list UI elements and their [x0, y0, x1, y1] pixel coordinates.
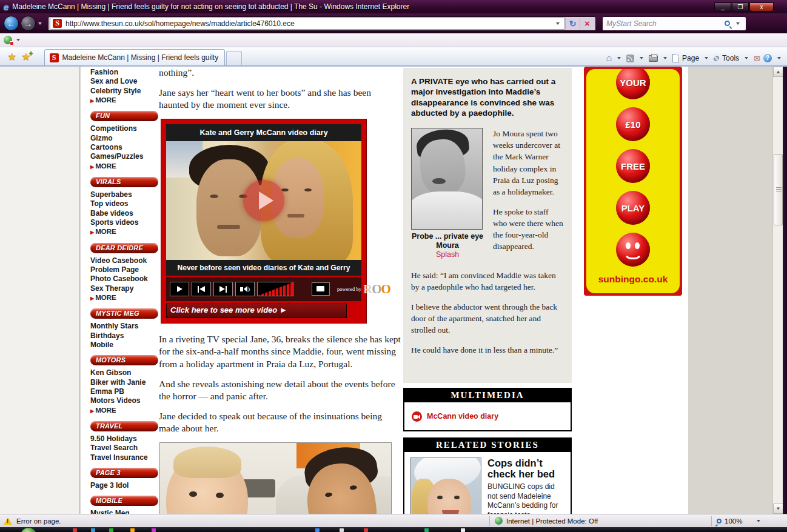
- sunbingo-ad[interactable]: YOUR£10FREEPLAYsunbingo.co.uk: [584, 67, 682, 296]
- sidebar-section-header[interactable]: DEAR DEIDRE: [90, 243, 158, 253]
- taskbar-icon[interactable]: [340, 528, 344, 532]
- sidebar-item[interactable]: Competitions: [90, 124, 159, 133]
- related-story-headline[interactable]: Cops didn’t check her bed: [487, 457, 565, 480]
- sidebar-item[interactable]: 9.50 Holidays: [90, 434, 159, 444]
- taskbar-icon[interactable]: [364, 528, 368, 532]
- rss-dropdown-icon[interactable]: [640, 57, 643, 59]
- sidebar-item[interactable]: Mystic Meg: [90, 509, 159, 514]
- vertical-scrollbar[interactable]: ▲ ▼: [772, 67, 783, 514]
- play-overlay-icon[interactable]: [243, 180, 284, 221]
- taskbar-icon[interactable]: [130, 528, 135, 532]
- sidebar-section-header[interactable]: FUN: [90, 111, 158, 121]
- bingo-site-link[interactable]: sunbingo.co.uk: [598, 274, 668, 285]
- favorites-star-icon[interactable]: ★: [7, 50, 16, 63]
- multimedia-link[interactable]: McCann video diary: [427, 412, 498, 421]
- search-input[interactable]: MyStart Search: [606, 19, 725, 28]
- home-icon[interactable]: ⌂: [606, 53, 612, 64]
- video-mute-button[interactable]: ): [235, 282, 255, 296]
- sidebar-item[interactable]: Motors Videos: [90, 396, 159, 405]
- sidebar-item[interactable]: Page 3 Idol: [90, 481, 159, 490]
- home-dropdown-icon[interactable]: [617, 57, 621, 59]
- bingo-ball[interactable]: FREE: [616, 149, 650, 183]
- sidebar-item[interactable]: Sex and Love: [90, 77, 159, 86]
- sidebar-item[interactable]: Babe videos: [90, 209, 159, 218]
- sidebar-item[interactable]: Mobile: [90, 341, 159, 350]
- sidebar-more-link[interactable]: ▶MORE: [90, 293, 159, 304]
- quick-launch-dropdown-icon[interactable]: [16, 39, 20, 41]
- related-story-thumbnail[interactable]: [410, 457, 481, 514]
- sidebar-item[interactable]: Photo Casebook: [90, 274, 159, 284]
- page-dropdown-icon[interactable]: [705, 57, 708, 59]
- sidebar-item[interactable]: Ken Gibson: [90, 368, 159, 377]
- bingo-ball[interactable]: YOUR: [616, 69, 650, 99]
- print-dropdown-icon[interactable]: [663, 57, 667, 59]
- add-favorite-icon[interactable]: ★: [21, 50, 30, 63]
- sidebar-section-header[interactable]: MOBILE: [90, 496, 158, 506]
- start-button[interactable]: [21, 528, 36, 532]
- sidebar-section-header[interactable]: VIRALS: [90, 177, 158, 187]
- tab-title[interactable]: Madeleine McCann | Missing | Friend feel…: [62, 53, 219, 62]
- taskbar-icon[interactable]: [91, 528, 95, 532]
- tools-gear-icon[interactable]: [714, 56, 719, 61]
- taskbar-icon[interactable]: [424, 528, 429, 532]
- sidebar-item[interactable]: Video Casebook: [90, 256, 159, 265]
- sidebar-item[interactable]: Sex Therapy: [90, 284, 159, 293]
- help-dropdown-icon[interactable]: [777, 57, 781, 59]
- sidebar-item[interactable]: Sports videos: [90, 218, 159, 227]
- tools-dropdown-icon[interactable]: [745, 57, 748, 59]
- scroll-down-button[interactable]: ▼: [773, 504, 783, 514]
- sidebar-item[interactable]: Emma PB: [90, 387, 159, 396]
- scrollbar-thumb[interactable]: [774, 154, 783, 225]
- sidebar-section-header[interactable]: TRAVEL: [90, 421, 158, 431]
- sidebar-item[interactable]: Cartoons: [90, 143, 159, 152]
- scroll-up-button[interactable]: ▲: [773, 67, 783, 77]
- sidebar-item[interactable]: Travel Insurance: [90, 453, 159, 462]
- video-play-button[interactable]: [170, 282, 189, 296]
- windows-taskbar[interactable]: [0, 527, 787, 532]
- sidebar-section-header[interactable]: MYSTIC MEG: [90, 308, 158, 319]
- address-bar[interactable]: S http://www.thesun.co.uk/sol/homepage/n…: [50, 18, 565, 30]
- refresh-button[interactable]: ↻: [565, 18, 580, 30]
- back-button[interactable]: ←: [4, 16, 19, 31]
- help-icon[interactable]: ?: [763, 54, 772, 62]
- sidebar-section-header[interactable]: MOTORS: [90, 355, 158, 365]
- page-menu-label[interactable]: Page: [682, 54, 699, 62]
- sidebar-section-header[interactable]: PAGE 3: [90, 468, 158, 478]
- video-still-image[interactable]: [166, 141, 361, 260]
- history-dropdown-icon[interactable]: [38, 22, 42, 25]
- sidebar-item[interactable]: Biker with Janie: [90, 378, 159, 387]
- search-dropdown-icon[interactable]: [736, 22, 740, 25]
- url-text[interactable]: http://www.thesun.co.uk/sol/homepage/new…: [65, 19, 554, 28]
- taskbar-icon[interactable]: [152, 528, 156, 532]
- stop-button[interactable]: ×: [580, 18, 594, 30]
- sidebar-item[interactable]: Birthdays: [90, 331, 159, 341]
- sidebar-item[interactable]: Problem Page: [90, 265, 159, 274]
- video-next-button[interactable]: [213, 282, 233, 296]
- zoom-dropdown-icon[interactable]: [757, 520, 760, 522]
- tab-active[interactable]: S Madeleine McCann | Missing | Friend fe…: [44, 49, 225, 65]
- address-dropdown-icon[interactable]: [556, 22, 560, 25]
- rss-feed-icon[interactable]: [626, 55, 634, 62]
- sidebar-more-link[interactable]: ▶MORE: [90, 96, 159, 106]
- taskbar-icon[interactable]: [461, 528, 465, 532]
- smiley-ball-icon[interactable]: [616, 233, 650, 267]
- minimize-button[interactable]: _: [714, 2, 731, 12]
- sidebar-item[interactable]: Superbabes: [90, 190, 159, 199]
- sidebar-more-link[interactable]: ▶MORE: [90, 162, 159, 172]
- sidebar-item[interactable]: Games/Puzzles: [90, 152, 159, 161]
- volume-meter[interactable]: [257, 282, 293, 296]
- email-icon[interactable]: ✉: [754, 54, 760, 63]
- tools-menu-label[interactable]: Tools: [722, 54, 739, 62]
- quick-launch-icon[interactable]: [4, 36, 12, 44]
- error-warning-icon[interactable]: [4, 517, 12, 525]
- search-box[interactable]: MyStart Search: [602, 16, 746, 31]
- fullscreen-button[interactable]: [312, 282, 330, 296]
- zoom-level[interactable]: 100%: [725, 517, 742, 525]
- bingo-ball[interactable]: PLAY: [616, 191, 650, 225]
- taskbar-icon[interactable]: [73, 528, 77, 532]
- close-button[interactable]: x: [749, 2, 774, 12]
- taskbar-icon[interactable]: [109, 528, 113, 532]
- sidebar-item[interactable]: Fashion: [90, 68, 159, 77]
- sidebar-more-link[interactable]: ▶MORE: [90, 227, 159, 238]
- new-tab-button[interactable]: [226, 51, 242, 65]
